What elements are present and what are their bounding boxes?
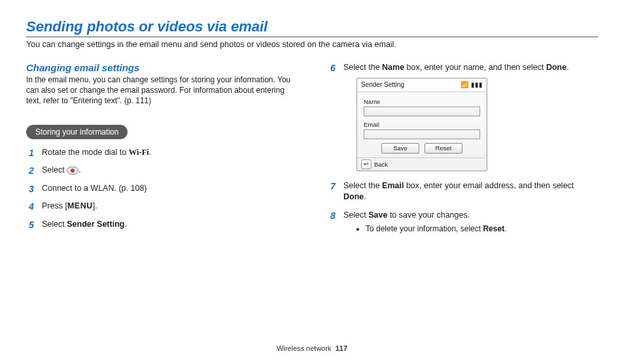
step-7: Select the Email box, enter your email a… — [330, 180, 598, 203]
step-2-text-b: . — [78, 165, 80, 174]
step-8-bullet-b: . — [504, 224, 506, 233]
page-title: Sending photos or videos via email — [26, 18, 598, 35]
step-4: Press [MENU]. — [29, 201, 296, 212]
step-6-b: box, enter your name, and then select — [404, 63, 546, 72]
step-4-text-a: Press [ — [42, 201, 67, 210]
right-column: Select the Name box, enter your name, an… — [328, 62, 598, 241]
device-back-label: Back — [374, 160, 388, 169]
device-name-input[interactable] — [364, 107, 480, 116]
step-8-sublist: To delete your information, select Reset… — [366, 223, 598, 235]
step-6-c: . — [566, 63, 568, 72]
step-1-text-b: . — [149, 148, 151, 157]
changing-email-heading: Changing email settings — [26, 62, 296, 73]
device-body: Name Email Save Reset — [357, 92, 487, 158]
step-6-done: Done — [546, 63, 566, 72]
device-screenshot: Sender Setting 📶 ▮▮▮ Name Email Save — [356, 78, 487, 171]
device-name-label: Name — [364, 97, 480, 106]
step-7-a: Select the — [343, 181, 382, 190]
step-5: Select Sender Setting. — [29, 219, 296, 231]
device-header: Sender Setting 📶 ▮▮▮ — [357, 78, 487, 92]
step-2-text-a: Select — [42, 165, 67, 174]
back-key-icon[interactable]: ↩ — [361, 159, 372, 169]
step-5-text-b: . — [124, 220, 126, 229]
step-8-bullet-reset: Reset — [483, 224, 504, 233]
content-columns: Changing email settings In the email men… — [26, 62, 598, 241]
menu-glyph: MENU — [67, 201, 93, 210]
steps-list-right: Select the Name box, enter your name, an… — [328, 62, 598, 235]
email-app-icon — [67, 167, 78, 174]
step-1-text-a: Rotate the mode dial to — [42, 148, 129, 157]
page-footer: Wireless network 117 — [0, 344, 624, 352]
battery-icon: ▮▮▮ — [471, 80, 483, 90]
step-6: Select the Name box, enter your name, an… — [330, 62, 598, 171]
step-5-bold: Sender Setting — [67, 220, 124, 229]
device-title: Sender Setting — [361, 80, 404, 90]
device-status: 📶 ▮▮▮ — [460, 80, 483, 90]
step-1: Rotate the mode dial to Wi-Fi. — [29, 147, 296, 159]
footer-page-number: 117 — [336, 344, 347, 352]
device-footer: ↩ Back — [357, 157, 487, 171]
changing-email-para: In the email menu, you can change settin… — [26, 74, 296, 107]
wifi-icon: 📶 — [460, 80, 468, 90]
step-3: Connect to a WLAN. (p. 108) — [29, 183, 296, 195]
step-7-c: . — [364, 192, 366, 201]
step-8: Select Save to save your changes. To del… — [330, 210, 598, 235]
step-4-text-b: ]. — [93, 201, 97, 210]
device-email-input[interactable] — [364, 129, 480, 139]
device-save-button[interactable]: Save — [381, 143, 419, 154]
title-rule — [26, 37, 598, 37]
step-8-bullet: To delete your information, select Reset… — [366, 223, 598, 235]
device-reset-button[interactable]: Reset — [425, 143, 462, 154]
step-5-text-a: Select — [42, 220, 67, 229]
device-email-label: Email — [364, 120, 480, 129]
step-7-email: Email — [382, 181, 404, 190]
left-column: Changing email settings In the email men… — [26, 62, 296, 241]
storing-info-pill: Storing your information — [26, 125, 128, 139]
intro-text: You can change settings in the email men… — [26, 40, 598, 49]
step-8-save: Save — [368, 210, 387, 220]
step-2: Select . — [29, 165, 296, 176]
wifi-glyph: Wi-Fi — [129, 148, 149, 157]
step-7-b: box, enter your email address, and then … — [404, 181, 574, 190]
device-button-row: Save Reset — [364, 143, 480, 154]
step-8-bullet-a: To delete your information, select — [366, 224, 483, 233]
step-8-b: to save your changes. — [387, 210, 470, 220]
footer-section: Wireless network — [277, 344, 332, 352]
step-6-name: Name — [382, 63, 404, 72]
step-6-a: Select the — [343, 63, 382, 72]
steps-list-left: Rotate the mode dial to Wi-Fi. Select . … — [26, 147, 296, 231]
step-7-done: Done — [343, 192, 364, 201]
step-8-a: Select — [343, 210, 368, 220]
